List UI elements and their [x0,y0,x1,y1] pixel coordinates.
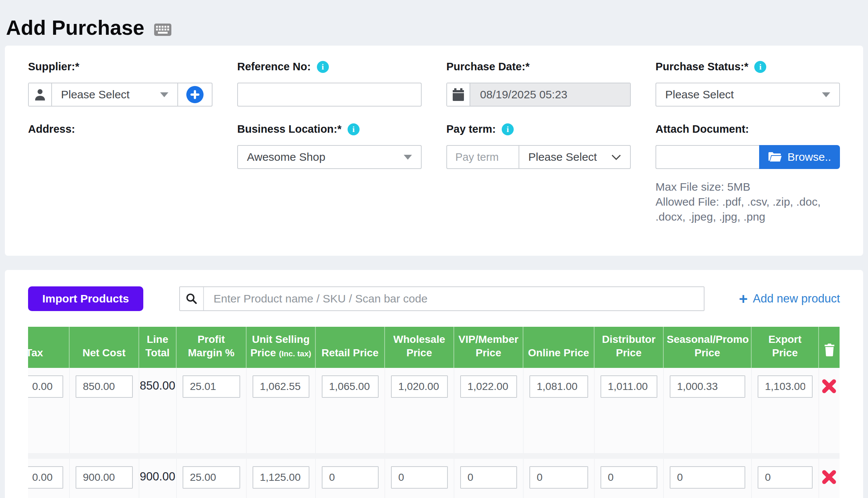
unit-selling-price-input[interactable] [253,466,309,489]
purchase-status-field: Purchase Status:* i Please Select [655,61,840,107]
search-icon [180,287,204,310]
business-location-field: Business Location:* i Awesome Shop [237,123,422,224]
product-search-group [179,286,705,311]
attach-document-help: Max File size: 5MB Allowed File: .pdf, .… [655,179,840,224]
purchase-status-label: Purchase Status:* i [655,61,840,73]
purchase-date-group: 08/19/2025 05:23 [446,83,631,107]
keyboard-shortcuts-icon[interactable] [154,24,171,36]
distributor-price-input[interactable] [600,375,657,398]
retail-price-input[interactable] [322,375,379,398]
column-header-seasonal-promo-price: Seasonal/Promo Price [663,327,751,368]
products-toolbar: Import Products + Add new product [28,286,840,311]
product-search-input[interactable] [204,287,704,310]
plus-icon [190,90,200,99]
product-row: 850.00 [28,368,840,453]
chevron-down-icon [822,92,830,97]
profit-margin-input[interactable] [183,466,240,489]
column-header-vip-member-price: VIP/Member Price [454,327,523,368]
address-field: Address: [28,123,213,224]
page-title: Add Purchase [6,16,144,40]
business-location-select[interactable]: Awesome Shop [237,145,422,169]
column-header-wholesale-price: Wholesale Price [385,327,454,368]
reference-field: Reference No: i [237,61,422,107]
retail-price-input[interactable] [322,466,379,489]
export-price-input[interactable] [758,466,813,489]
attach-document-filename [655,145,759,169]
info-icon[interactable]: i [348,123,360,135]
seasonal-promo-price-input[interactable] [670,466,745,489]
products-card: Import Products + Add new product TaxNet… [5,270,863,498]
delete-icon [820,468,838,486]
table-header-row: TaxNet CostLine TotalProfit Margin %Unit… [28,327,840,368]
wholesale-price-input[interactable] [391,466,448,489]
info-icon[interactable]: i [754,61,766,73]
supplier-select[interactable]: Please Select [52,83,177,106]
page-header: Add Purchase [0,0,868,46]
purchase-table-viewport: TaxNet CostLine TotalProfit Margin %Unit… [28,327,840,498]
online-price-input[interactable] [529,375,588,398]
user-icon [29,83,52,106]
wholesale-price-input[interactable] [391,375,448,398]
vip-member-price-input[interactable] [460,466,517,489]
column-header-delete [819,327,840,368]
browse-button[interactable]: Browse.. [759,145,840,169]
pay-term-field: Pay term: i Please Select [446,123,631,224]
chevron-down-icon [160,92,168,97]
vip-member-price-input[interactable] [460,375,517,398]
pay-term-input[interactable] [446,145,519,169]
column-header-net-cost: Net Cost [69,327,139,368]
net-cost-input[interactable] [76,466,133,489]
column-header-export-price: Export Price [751,327,819,368]
delete-row-button[interactable] [819,376,839,397]
column-header-line-total: Line Total [139,327,176,368]
column-header-retail-price: Retail Price [315,327,385,368]
attach-document-label: Attach Document: [655,123,840,135]
import-products-button[interactable]: Import Products [28,286,143,311]
tax-input[interactable] [28,466,63,489]
business-location-label: Business Location:* i [237,123,422,135]
purchase-form-card: Supplier:* Please Select Reference No: [5,46,863,256]
net-cost-input[interactable] [76,375,133,398]
product-row: 900.00 [28,459,840,498]
profit-margin-input[interactable] [183,375,240,398]
info-icon[interactable]: i [502,123,514,135]
add-supplier-button[interactable] [186,86,204,103]
column-header-unit-selling-price: Unit Selling Price (Inc. tax) [246,327,315,368]
supplier-field: Supplier:* Please Select [28,61,213,107]
chevron-down-icon [611,154,621,160]
column-header-profit-margin: Profit Margin % [176,327,246,368]
trash-icon [824,344,835,356]
delete-row-button[interactable] [819,467,839,488]
pay-term-label: Pay term: i [446,123,631,135]
plus-icon: + [739,292,748,305]
row-separator [28,453,840,459]
line-total-value: 850.00 [139,379,176,393]
export-price-input[interactable] [758,375,813,398]
column-header-tax: Tax [28,327,69,368]
column-header-online-price: Online Price [523,327,594,368]
supplier-input-group: Please Select [28,83,213,107]
calendar-icon[interactable] [447,83,470,106]
reference-label: Reference No: i [237,61,422,73]
delete-icon [820,378,838,395]
seasonal-promo-price-input[interactable] [670,375,745,398]
purchase-status-select[interactable]: Please Select [655,83,840,107]
chevron-down-icon [404,155,412,160]
purchase-lines-table: TaxNet CostLine TotalProfit Margin %Unit… [28,327,840,498]
column-header-distributor-price: Distributor Price [594,327,663,368]
attach-document-field: Attach Document: Browse.. Max File size:… [655,123,840,224]
purchase-date-field: Purchase Date:* 08/19/2025 05:23 [446,61,631,107]
address-label: Address: [28,123,213,135]
unit-selling-price-input[interactable] [253,375,309,398]
folder-open-icon [768,152,782,162]
reference-input[interactable] [237,83,422,107]
purchase-date-input[interactable]: 08/19/2025 05:23 [470,83,630,106]
tax-input[interactable] [28,375,63,398]
online-price-input[interactable] [529,466,588,489]
supplier-label: Supplier:* [28,61,213,73]
distributor-price-input[interactable] [600,466,657,489]
add-new-product-link[interactable]: + Add new product [739,292,840,305]
line-total-value: 900.00 [139,470,176,483]
info-icon[interactable]: i [317,61,329,73]
pay-term-select[interactable]: Please Select [519,145,631,169]
